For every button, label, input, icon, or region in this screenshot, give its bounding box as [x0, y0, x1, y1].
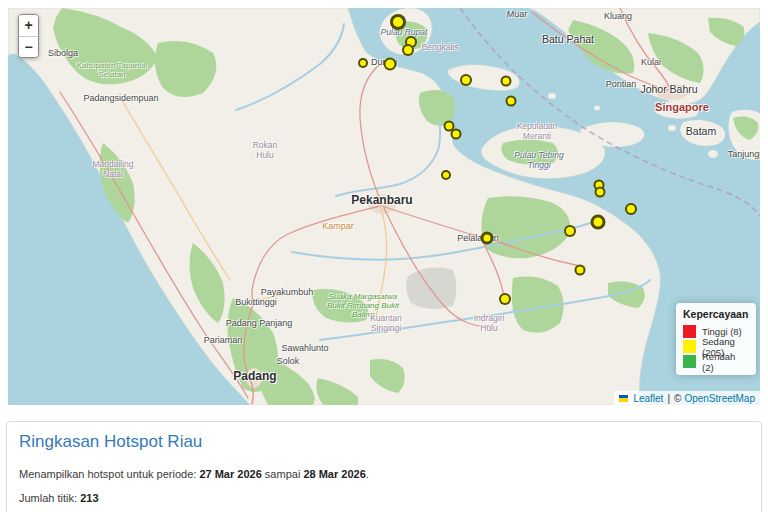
- summary-title: Ringkasan Hotspot Riau: [19, 432, 749, 452]
- legend-panel: Kepercayaan Tinggi (8)Sedang (205)Rendah…: [676, 303, 756, 375]
- zoom-out-button[interactable]: −: [19, 36, 38, 57]
- attribution-separator: |: [667, 393, 670, 404]
- legend-items: Tinggi (8)Sedang (205)Rendah (2): [683, 324, 749, 369]
- hotspot-marker[interactable]: [501, 76, 512, 87]
- hotspot-marker[interactable]: [564, 225, 576, 237]
- hotspot-marker[interactable]: [441, 170, 451, 180]
- zoom-in-button[interactable]: +: [19, 15, 38, 36]
- period-end-date: 28 Mar 2026: [303, 468, 365, 480]
- hotspot-marker[interactable]: [506, 96, 517, 107]
- hotspot-marker[interactable]: [575, 265, 586, 276]
- copyright-symbol: ©: [674, 393, 681, 404]
- hotspot-marker[interactable]: [499, 293, 511, 305]
- legend-item: Rendah (2): [683, 354, 749, 369]
- hotspot-marker[interactable]: [390, 14, 406, 30]
- period-start-date: 27 Mar 2026: [199, 468, 261, 480]
- legend-swatch-icon: [683, 355, 696, 368]
- period-connector: sampai: [265, 468, 300, 480]
- zoom-control: + −: [18, 14, 39, 58]
- summary-card: Ringkasan Hotspot Riau Menampilkan hotsp…: [6, 421, 762, 512]
- count-label: Jumlah titik:: [19, 492, 77, 504]
- leaflet-link[interactable]: Leaflet: [633, 393, 663, 404]
- period-suffix: .: [366, 468, 369, 480]
- period-prefix: Menampilkan hotspot untuk periode:: [19, 468, 196, 480]
- osm-link[interactable]: OpenStreetMap: [684, 393, 755, 404]
- count-value: 213: [80, 492, 98, 504]
- leaflet-flag-icon: [619, 395, 628, 402]
- hotspot-marker[interactable]: [595, 187, 606, 198]
- hotspot-marker[interactable]: [451, 129, 462, 140]
- hotspot-marker[interactable]: [384, 58, 397, 71]
- hotspot-marker[interactable]: [358, 58, 368, 68]
- hotspot-marker[interactable]: [481, 232, 494, 245]
- hotspot-marker[interactable]: [591, 215, 606, 230]
- hotspot-marker[interactable]: [460, 74, 472, 86]
- hotspot-marker[interactable]: [402, 44, 414, 56]
- summary-period: Menampilkan hotspot untuk periode: 27 Ma…: [19, 468, 749, 480]
- legend-swatch-icon: [683, 340, 696, 353]
- summary-count: Jumlah titik: 213: [19, 492, 749, 504]
- hotspot-marker[interactable]: [625, 203, 637, 215]
- attribution-bar: Leaflet | © OpenStreetMap: [614, 391, 760, 405]
- legend-item-label: Rendah (2): [702, 351, 749, 373]
- legend-title: Kepercayaan: [683, 308, 749, 320]
- leaflet-map[interactable]: SibolgaKabupaten Tapanuli SelatanPadangs…: [8, 8, 760, 405]
- legend-swatch-icon: [683, 325, 696, 338]
